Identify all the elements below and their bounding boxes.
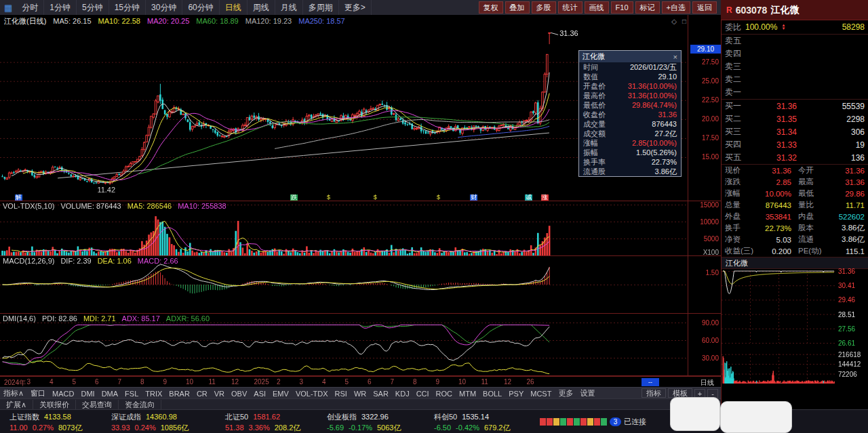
ma-label: MA120: 19.23 xyxy=(245,17,292,25)
timeline-label: 7 xyxy=(118,378,122,386)
indicator-tab[interactable]: MCST xyxy=(527,390,555,398)
period-menu-item[interactable]: 1分钟 xyxy=(44,0,77,15)
indicator-tab[interactable]: EMV xyxy=(269,390,292,398)
topbar-button[interactable]: 画线 xyxy=(585,1,609,14)
kline-tooltip[interactable]: 江化微 × 时间2026/01/23/五 数值29.10 开盘价31.36(10… xyxy=(578,50,682,177)
indicator-tab[interactable]: TRIX xyxy=(142,390,165,398)
period-menu-item[interactable]: 30分钟 xyxy=(146,0,182,15)
quote-info-grid: 现价 31.36 今开 31.36 涨跌 2.85 最高 31.36 涨幅 10… xyxy=(722,165,868,257)
chart-title[interactable]: 江化微(日线) xyxy=(4,16,46,26)
indicator-tab[interactable]: RSI xyxy=(332,390,351,398)
window-icon[interactable]: □ xyxy=(682,18,686,25)
chart-marker[interactable]: $ xyxy=(326,194,331,201)
quote-field: PE(动) 115.1 xyxy=(795,245,868,257)
indicator-tab[interactable]: SAR xyxy=(370,390,392,398)
app-grid-icon[interactable]: ▦ xyxy=(4,3,12,13)
period-menu-item[interactable]: 周线 xyxy=(248,0,275,15)
indicator-tab[interactable]: WR xyxy=(351,390,370,398)
indicator-tab[interactable]: ROC xyxy=(433,390,456,398)
chart-marker[interactable]: 跌 xyxy=(290,194,298,201)
index-quote[interactable]: 科创501535.14 -6.50-0.42%679.2亿 xyxy=(434,411,534,433)
macd-header[interactable]: MACD(12,26,9)DIF: 2.39DEA: 1.06MACD: 2.6… xyxy=(3,257,178,265)
indicator-tab[interactable]: 窗口 xyxy=(27,388,49,398)
ask-row[interactable]: 卖五 xyxy=(722,35,868,47)
indicator-tab[interactable]: VR xyxy=(211,390,228,398)
chart-marker[interactable]: 诚 xyxy=(525,194,532,201)
chart-marker[interactable]: $ xyxy=(373,194,378,201)
period-menu-item[interactable]: 60分钟 xyxy=(182,0,219,15)
indicator-tab[interactable]: CCI xyxy=(413,390,433,398)
indicator-tab[interactable]: OBV xyxy=(228,390,250,398)
bid-row[interactable]: 买五 31.32 136 xyxy=(722,151,868,164)
index-quote[interactable]: 北证501581.62 51.383.36%208.2亿 xyxy=(225,411,327,433)
panel-switch-tab[interactable]: 模板 xyxy=(668,388,692,398)
bid-row[interactable]: 买三 31.34 306 xyxy=(722,125,868,138)
index-quote[interactable]: 深证成指14360.98 33.930.24%10856亿 xyxy=(111,411,225,433)
indicator-tab[interactable]: 更多 xyxy=(555,388,576,398)
diamond-icon[interactable]: ◇ xyxy=(671,18,677,25)
bottom-tab[interactable]: 关联报价 xyxy=(33,400,76,410)
indicator-tab[interactable]: ASI xyxy=(250,390,269,398)
indicator-tab[interactable]: MTM xyxy=(456,390,479,398)
chart-marker[interactable]: $ xyxy=(436,194,441,201)
indicator-tab[interactable]: BOLL xyxy=(479,390,505,398)
bid-row[interactable]: 买二 31.35 2298 xyxy=(722,112,868,125)
panel-switch-tab[interactable]: 指标 xyxy=(642,388,666,398)
period-menu-item[interactable]: 更多> xyxy=(339,0,372,15)
indicator-tab[interactable]: DMI xyxy=(77,390,98,398)
connection-count-badge[interactable]: 3 xyxy=(610,417,621,426)
bottom-tab[interactable]: 扩展∧ xyxy=(0,400,33,410)
timeline-label: 2 xyxy=(277,378,281,386)
ask-row[interactable]: 卖三 xyxy=(722,60,868,73)
bid-row[interactable]: 买一 31.36 55539 xyxy=(722,100,868,112)
bid-row[interactable]: 买四 31.33 19 xyxy=(722,138,868,151)
ask-row[interactable]: 卖四 xyxy=(722,47,868,60)
bottom-tab[interactable]: 交易查询 xyxy=(76,400,119,410)
chart-marker[interactable]: 解 xyxy=(15,194,22,201)
indicator-tab[interactable]: BRAR xyxy=(165,390,193,398)
period-menu-item[interactable]: 5分钟 xyxy=(77,0,109,15)
period-menu-item[interactable]: 分时 xyxy=(16,0,44,15)
stock-title[interactable]: R 603078 江化微 xyxy=(721,0,868,20)
index-quote[interactable]: 创业板指3322.96 -5.69-0.17%5063亿 xyxy=(327,411,434,433)
indicator-tab[interactable]: MACD xyxy=(49,390,77,398)
topbar-button[interactable]: +自选 xyxy=(662,1,690,14)
period-menu-item[interactable]: 日线 xyxy=(220,0,248,15)
indicator-header-item: MA5: 286546 xyxy=(127,202,172,210)
timeline: 2024年345678910111220252345678910111226 -… xyxy=(0,376,721,388)
dmi-header[interactable]: DMI(14,6)PDI: 82.86MDI: 2.71ADX: 85.17AD… xyxy=(3,314,210,323)
period-menu-item[interactable]: 15分钟 xyxy=(109,0,146,15)
bottom-tab[interactable]: 资金流向 xyxy=(119,400,161,410)
topbar-button[interactable]: 叠加 xyxy=(505,1,530,14)
indicator-tab[interactable]: VOL-TDX xyxy=(292,390,332,398)
market-strip-block xyxy=(574,418,580,426)
dmi-canvas[interactable] xyxy=(0,314,688,375)
ask-row[interactable]: 卖一 xyxy=(722,86,868,99)
indicator-tabs: 指标∧窗口MACDDMIDMAFSLTRIXBRARCRVROBVASIEMVV… xyxy=(0,388,598,398)
topbar-button[interactable]: F10 xyxy=(611,1,633,14)
indicator-tab[interactable]: FSL xyxy=(121,390,142,398)
floating-white-widget[interactable] xyxy=(670,397,720,431)
chart-marker[interactable]: 财 xyxy=(470,194,477,201)
floating-white-widget[interactable] xyxy=(720,401,792,433)
indicator-tab[interactable]: DMA xyxy=(98,390,121,398)
topbar-button[interactable]: 返回 xyxy=(692,1,717,14)
indicator-tab[interactable]: 指标∧ xyxy=(0,388,27,398)
timeline-label: 11 xyxy=(209,378,216,386)
index-quote[interactable]: 上证指数4133.58 11.000.27%8073亿 xyxy=(9,411,111,433)
topbar-button[interactable]: 统计 xyxy=(558,1,583,14)
period-menu-item[interactable]: 月线 xyxy=(275,0,303,15)
period-menu-item[interactable]: 多周期 xyxy=(303,0,339,15)
indicator-tab[interactable]: 设置 xyxy=(576,388,598,398)
volume-header[interactable]: VOL-TDX(5,10)VOLUME: 876443MA5: 286546MA… xyxy=(3,202,226,210)
close-icon[interactable]: × xyxy=(673,53,677,61)
indicator-tab[interactable]: KDJ xyxy=(392,390,413,398)
topbar-button[interactable]: 标记 xyxy=(635,1,660,14)
chart-marker[interactable]: 涨 xyxy=(541,194,549,201)
connection-status[interactable]: 已连接 xyxy=(624,417,646,427)
topbar-button[interactable]: 复权 xyxy=(479,1,503,14)
ask-row[interactable]: 卖二 xyxy=(722,73,868,86)
indicator-tab[interactable]: CR xyxy=(193,390,211,398)
topbar-button[interactable]: 多股 xyxy=(532,1,556,14)
indicator-tab[interactable]: PSY xyxy=(505,390,527,398)
